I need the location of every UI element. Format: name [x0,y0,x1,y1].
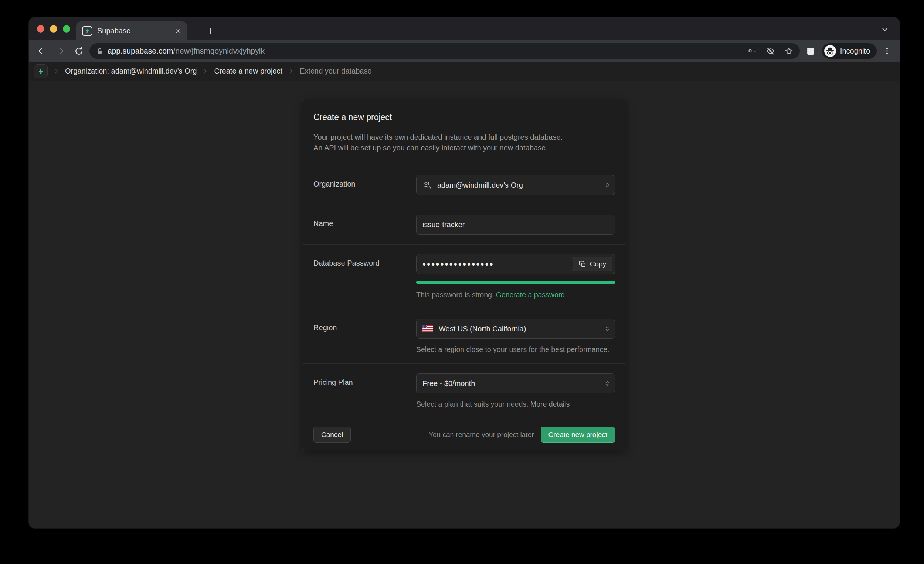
password-helper: This password is strong. Generate a pass… [416,291,615,299]
side-panel-icon[interactable] [803,43,819,59]
tab-close-icon[interactable] [174,28,181,34]
region-helper: Select a region close to your users for … [416,346,615,354]
create-new-project-button[interactable]: Create new project [541,426,615,443]
desktop-background: Supabase [0,0,924,564]
browser-tab-supabase[interactable]: Supabase [76,21,187,40]
region-label: Region [314,319,416,354]
select-updown-icon [603,181,611,189]
organization-select[interactable]: adam@windmill.dev's Org [416,175,615,195]
breadcrumb-item-create-project[interactable]: Create a new project [214,67,282,75]
url-domain: app.supabase.com [108,46,173,55]
create-project-card: Create a new project Your project will h… [302,99,627,451]
tab-strip: Supabase [29,17,900,40]
us-flag-icon [423,325,433,332]
password-strength-text: This password is strong. [416,291,496,299]
pricing-row: Pricing Plan Free - $0/month Select a pl… [302,364,626,418]
window-controls [37,17,70,40]
region-select[interactable]: West US (North California) [416,319,615,339]
tab-title: Supabase [97,27,170,35]
page-title: Create a new project [314,112,615,122]
region-row: Region [302,309,626,364]
password-row: Database Password [302,244,626,309]
breadcrumb: Organization: adam@windmill.dev's Org Cr… [29,62,900,81]
pricing-label: Pricing Plan [314,373,416,408]
copy-password-button[interactable]: Copy [573,257,612,271]
project-name-input[interactable] [416,215,615,235]
name-row: Name [302,205,626,244]
password-key-icon[interactable] [745,44,759,58]
new-tab-button[interactable] [202,23,219,39]
pricing-value: Free - $0/month [423,379,475,388]
url-address-bar[interactable]: app.supabase.com/new/jfnsmqoynldvxjyhpyl… [90,43,800,59]
cancel-button[interactable]: Cancel [314,426,351,443]
supabase-favicon-icon [82,26,92,36]
lock-icon [96,48,103,55]
rename-note: You can rename your project later [429,431,534,439]
select-updown-icon [603,325,611,332]
chevron-right-icon [202,68,208,74]
breadcrumb-item-organization[interactable]: Organization: adam@windmill.dev's Org [65,67,196,75]
hidden-eye-icon[interactable] [764,44,778,58]
tab-search-chevron-icon[interactable] [878,23,891,36]
card-footer: Cancel You can rename your project later… [302,419,626,451]
chevron-right-icon [53,68,60,74]
bookmark-star-icon[interactable] [782,44,796,58]
pricing-helper-text: Select a plan that suits your needs. [416,400,530,408]
incognito-label: Incognito [840,47,870,55]
organization-row: Organization adam@wind [302,166,626,205]
forward-icon[interactable] [52,43,68,59]
password-label: Database Password [314,254,416,299]
copy-button-label: Copy [590,260,606,268]
card-description: Your project will have its own dedicated… [314,132,615,153]
back-icon[interactable] [34,43,50,59]
pricing-plan-select[interactable]: Free - $0/month [416,373,615,393]
password-strength-bar [416,281,615,284]
chevron-right-icon [288,68,294,74]
description-line-1: Your project will have its own dedicated… [314,132,615,142]
supabase-logo-icon[interactable] [34,64,48,78]
incognito-spy-icon [824,45,836,57]
region-value: West US (North California) [439,325,526,333]
url-text: app.supabase.com/new/jfnsmqoynldvxjyhpyl… [108,46,741,55]
organization-value: adam@windmill.dev's Org [437,181,523,190]
organization-label: Organization [314,175,416,195]
generate-password-link[interactable]: Generate a password [496,291,565,299]
breadcrumb-item-extend-database: Extend your database [300,67,372,75]
description-line-2: An API will be set up so you can easily … [314,142,615,153]
users-icon [423,181,432,190]
copy-icon [579,260,586,268]
select-updown-icon [603,380,611,387]
zoom-window-button[interactable] [63,25,70,33]
pricing-helper: Select a plan that suits your needs. Mor… [416,400,615,408]
browser-window: Supabase [29,17,900,528]
browser-menu-icon[interactable] [880,43,894,58]
more-details-link[interactable]: More details [530,400,570,408]
close-window-button[interactable] [37,25,44,33]
name-label: Name [314,215,416,235]
page-content: Create a new project Your project will h… [29,81,900,528]
reload-icon[interactable] [71,43,87,59]
card-header: Create a new project Your project will h… [302,99,626,165]
browser-toolbar: app.supabase.com/new/jfnsmqoynldvxjyhpyl… [29,40,900,62]
url-path: /new/jfnsmqoynldvxjyhpylk [173,46,264,55]
incognito-badge: Incognito [822,43,877,59]
minimize-window-button[interactable] [50,25,57,33]
